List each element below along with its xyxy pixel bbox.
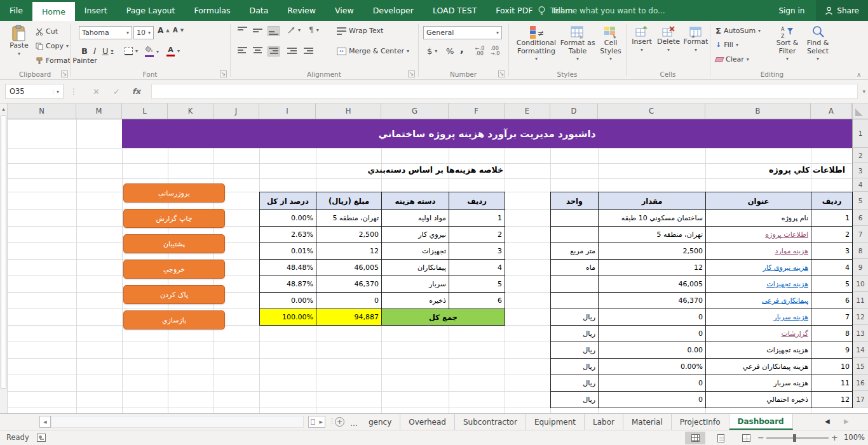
hyperlink[interactable]: اطلاعات پروژه	[765, 230, 808, 239]
insert-cells-button[interactable]: Insert ▾	[629, 25, 654, 54]
number-dialog-launcher[interactable]: ↘	[498, 70, 505, 77]
info-unit-cell[interactable]: متر مربع	[551, 243, 599, 260]
tab-splitter[interactable]: ▶	[308, 416, 325, 428]
info-title-cell[interactable]: هزینه پیمانکاران فرعي	[706, 359, 811, 375]
ribbon-tab-home[interactable]: Home	[32, 2, 75, 21]
row-header-2[interactable]: 2	[852, 148, 868, 163]
row-header-3[interactable]: 3	[852, 163, 868, 178]
sheet-tab-equipment[interactable]: Equipment	[526, 414, 585, 430]
vertical-scroll-thumb[interactable]	[1, 116, 6, 389]
row-header-1[interactable]: 1	[852, 119, 868, 148]
row-header-7[interactable]: 7	[852, 226, 868, 242]
info-value-cell[interactable]: 0	[599, 392, 706, 408]
info-rownum-cell[interactable]: 9	[811, 342, 853, 359]
row-header-9[interactable]: 9	[852, 259, 868, 276]
tab-scroll-left-icon[interactable]: ◀	[825, 418, 830, 425]
row-header-10[interactable]: 10	[852, 276, 868, 292]
summary-table-title[interactable]: خلاصه هزینه‌ها بر اساس دسته‌بندي	[367, 165, 503, 175]
align-bottom-button[interactable]	[268, 27, 279, 36]
bold-button[interactable]: B	[81, 46, 88, 56]
merge-center-button[interactable]: ↔ Merge & Center ▾	[337, 47, 409, 55]
info-title-cell[interactable]: گزارشات	[706, 326, 811, 342]
info-title-cell[interactable]: هزینه سربار	[706, 375, 811, 392]
info-title-cell[interactable]: هزینه نیروی کار	[706, 260, 811, 276]
column-header-H[interactable]: H	[316, 103, 381, 119]
column-header-C[interactable]: C	[598, 103, 705, 119]
sheet-tab-dashboard[interactable]: Dashboard	[729, 414, 793, 430]
increase-decimal-button[interactable]: ←.0.00	[475, 46, 484, 56]
summary-category-cell[interactable]: پیمانکاران	[382, 260, 449, 276]
name-box-dropdown[interactable]: ▾	[53, 89, 59, 95]
ribbon-tab-page-layout[interactable]: Page Layout	[117, 0, 185, 21]
info-title-cell[interactable]: ذخیره احتمالي	[706, 392, 811, 408]
page-break-view-button[interactable]	[736, 432, 756, 444]
summary-rownum-cell[interactable]: 2	[449, 227, 505, 243]
row-header-4[interactable]: 4	[852, 178, 868, 192]
column-header-F[interactable]: F	[449, 103, 505, 119]
accounting-format-button[interactable]: $▾	[427, 46, 437, 56]
summary-rownum-cell[interactable]: 5	[449, 276, 505, 293]
scroll-up-icon[interactable]: ▲	[0, 103, 7, 114]
copy-dropdown[interactable]: ▾	[66, 43, 69, 49]
action-button-2[interactable]: چاپ گزارش	[123, 209, 225, 228]
paste-dropdown[interactable]: ▾	[18, 50, 20, 58]
copy-button[interactable]: Copy ▾	[36, 42, 69, 50]
info-value-cell[interactable]: 2,500	[599, 243, 706, 260]
action-button-6[interactable]: بازسازي	[123, 310, 225, 329]
action-button-3[interactable]: پشتیبان	[123, 234, 225, 253]
ribbon-tab-load-test[interactable]: LOAD TEST	[423, 0, 486, 21]
increase-font-button[interactable]: A▲	[158, 27, 170, 34]
info-value-cell[interactable]: 0.00%	[599, 359, 706, 375]
font-color-button[interactable]: A ▾	[166, 46, 180, 56]
find-select-button[interactable]: Find & Select ▾	[803, 25, 832, 63]
info-unit-cell[interactable]: ریال	[551, 375, 599, 392]
ribbon-tab-file[interactable]: File	[0, 0, 32, 21]
info-rownum-cell[interactable]: 6	[811, 293, 853, 309]
info-value-cell[interactable]: 12	[599, 260, 706, 276]
page-layout-view-button[interactable]	[710, 432, 731, 444]
summary-amount-cell[interactable]: 46,005	[316, 260, 382, 276]
zoom-level-label[interactable]: 100%	[844, 430, 865, 445]
info-title-cell[interactable]: هزینه تجهیزات	[706, 276, 811, 293]
font-name-combo[interactable]: Tahoma▾	[79, 26, 132, 39]
summary-percent-cell[interactable]: 0.01%	[260, 243, 316, 260]
info-unit-cell[interactable]	[551, 210, 599, 227]
info-value-cell[interactable]: 0	[599, 375, 706, 392]
info-rownum-cell[interactable]: 3	[811, 243, 853, 260]
row-header-17[interactable]: 17	[852, 391, 868, 408]
summary-category-cell[interactable]: سربار	[382, 276, 449, 293]
info-rownum-cell[interactable]: 2	[811, 227, 853, 243]
hyperlink[interactable]: هزینه نیروی کار	[763, 263, 808, 272]
info-table-title[interactable]: اطلاعات كلي پروژه	[769, 165, 845, 175]
hyperlink[interactable]: هزینه موارد	[775, 247, 809, 255]
select-all-corner[interactable]	[852, 103, 868, 119]
summary-percent-cell[interactable]: 2.63%	[260, 227, 316, 243]
info-value-cell[interactable]: ساختمان مسکوني 10 طبقه	[599, 210, 706, 227]
paste-button[interactable]: Paste ▾	[5, 25, 33, 58]
column-header-D[interactable]: D	[550, 103, 598, 119]
info-unit-cell[interactable]	[551, 293, 599, 309]
sheet-tab-projectinfo[interactable]: ProjectInfo	[672, 414, 729, 430]
horizontal-scrollbar[interactable]	[51, 416, 304, 428]
column-header-E[interactable]: E	[505, 103, 550, 119]
dashboard-banner[interactable]: داشبورد مدیریت برآورد هزینه پروژه ساختما…	[122, 119, 852, 148]
column-header-I[interactable]: I	[259, 103, 316, 119]
summary-header-cell[interactable]: درصد از کل	[260, 192, 316, 210]
info-header-cell[interactable]: ردیف	[811, 192, 853, 210]
decrease-indent-button[interactable]	[287, 48, 297, 55]
hyperlink[interactable]: پیمانکاری فرعی	[762, 296, 808, 305]
info-unit-cell[interactable]: ماه	[551, 260, 599, 276]
column-header-K[interactable]: K	[168, 103, 214, 119]
format-cells-button[interactable]: Format ▾	[682, 25, 709, 54]
summary-category-cell[interactable]: نیروي کار	[382, 227, 449, 243]
summary-amount-cell[interactable]: 0	[316, 293, 382, 309]
orientation-button[interactable]: ▾	[287, 26, 301, 34]
summary-total-amount-cell[interactable]: 94,887	[316, 309, 382, 326]
sort-filter-button[interactable]: AZ Sort & Filter ▾	[773, 25, 802, 63]
sheet-tab-overhead[interactable]: Overhead	[400, 414, 455, 430]
column-header-M[interactable]: M	[76, 103, 122, 119]
tab-overflow-ellipsis[interactable]: …	[349, 414, 360, 430]
column-header-G[interactable]: G	[381, 103, 449, 119]
collapse-ribbon-icon[interactable]: ∧	[857, 71, 861, 78]
summary-percent-cell[interactable]: 0.00%	[260, 293, 316, 309]
